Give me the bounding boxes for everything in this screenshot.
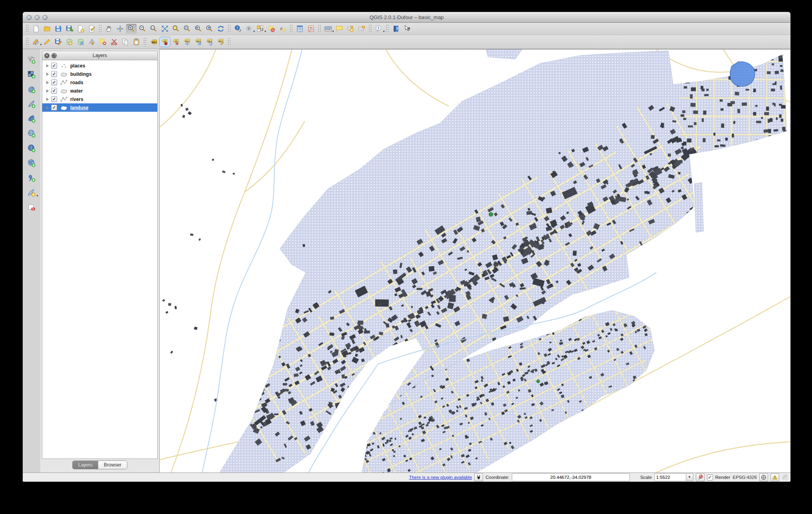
remove-layer-button[interactable] [26, 202, 38, 213]
toggle-pinned-labels-button[interactable] [171, 37, 181, 47]
add-wfs-layer-button[interactable] [26, 158, 38, 168]
dropdown-arrow-icon[interactable]: ▼ [36, 194, 39, 197]
add-delimited-text-button[interactable] [26, 173, 38, 183]
layer-item-roads[interactable]: ✓roads [42, 78, 157, 87]
select-by-expression-button[interactable] [277, 24, 288, 34]
show-bookmarks-button[interactable] [356, 24, 367, 34]
map-canvas[interactable] [160, 49, 790, 472]
pin-labels-button[interactable] [160, 37, 170, 47]
save-project-as-button[interactable] [64, 24, 75, 34]
open-project-button[interactable] [42, 24, 52, 34]
pan-to-selection-button[interactable] [115, 24, 125, 34]
expand-arrow-icon[interactable] [46, 89, 49, 93]
zoom-native-button[interactable] [149, 24, 159, 34]
scale-combo[interactable]: ▼ [654, 473, 693, 481]
log-messages-icon[interactable] [770, 473, 779, 481]
toggle-editing-button[interactable] [42, 37, 52, 47]
add-vector-layer-button[interactable] [26, 55, 38, 65]
new-project-button[interactable] [31, 24, 41, 34]
zoom-to-layer-button[interactable] [182, 24, 192, 34]
crs-status-icon[interactable] [759, 473, 768, 481]
title-bar[interactable]: QGIS 2.0.1-Dufour – basic_map [23, 12, 790, 23]
add-wms-layer-button[interactable] [26, 128, 38, 139]
add-spatialite-layer-button[interactable] [26, 99, 38, 109]
feature-action-button[interactable]: ▼ [244, 24, 254, 34]
layer-item-rivers[interactable]: ✓rivers [42, 95, 157, 103]
delete-selected-button[interactable] [98, 37, 108, 47]
coordinate-field[interactable] [512, 473, 630, 481]
render-checkbox[interactable]: ✓ [707, 474, 713, 480]
zoom-to-selection-button[interactable] [171, 24, 181, 34]
map-tips-button[interactable] [334, 24, 345, 34]
layer-item-buildings[interactable]: ✓buildings [42, 70, 157, 78]
labeling-options-button[interactable] [149, 37, 159, 47]
plugin-icon[interactable] [474, 473, 483, 481]
layer-item-water[interactable]: ✓water [42, 87, 157, 95]
map-image [160, 49, 790, 472]
minimize-window-button[interactable] [35, 15, 40, 20]
resize-grip[interactable] [782, 474, 788, 480]
expand-arrow-icon[interactable] [46, 64, 49, 67]
layer-item-landuse[interactable]: ✓landuse [42, 103, 157, 112]
zoom-next-button[interactable] [204, 24, 215, 34]
panel-tab-browser[interactable]: Browser [98, 461, 127, 469]
panel-float-icon[interactable]: ❐ [51, 53, 57, 58]
pan-map-button[interactable] [104, 24, 114, 34]
zoom-in-button[interactable] [126, 24, 137, 34]
new-bookmark-button[interactable] [345, 24, 356, 34]
move-label-button[interactable] [193, 37, 204, 47]
expand-arrow-icon[interactable] [46, 81, 49, 84]
layer-visibility-checkbox[interactable]: ✓ [51, 71, 57, 77]
zoom-full-button[interactable] [160, 24, 170, 34]
expand-arrow-icon[interactable] [46, 73, 49, 76]
new-plugin-link[interactable]: There is a new plugin available [409, 475, 472, 480]
layer-visibility-checkbox[interactable]: ✓ [51, 105, 57, 111]
measure-button[interactable]: ▼ [323, 24, 333, 34]
layer-item-places[interactable]: ✓places [42, 61, 157, 70]
composer-manager-button[interactable] [87, 24, 97, 34]
layer-visibility-checkbox[interactable]: ✓ [51, 79, 57, 85]
help-button[interactable] [391, 24, 401, 34]
node-tool-button[interactable] [87, 37, 97, 47]
select-features-button[interactable]: ▼ [255, 24, 265, 34]
deselect-button[interactable] [266, 24, 277, 34]
scale-dropdown-icon[interactable]: ▼ [686, 473, 693, 481]
expand-arrow-icon[interactable] [46, 98, 49, 101]
save-layer-edits-button[interactable] [53, 37, 63, 47]
move-feature-button[interactable] [75, 37, 86, 47]
add-wcs-layer-button[interactable] [26, 143, 38, 154]
copy-features-button[interactable] [120, 37, 131, 47]
cut-features-button[interactable] [109, 37, 119, 47]
zoom-last-button[interactable] [193, 24, 204, 34]
show-hide-labels-button[interactable] [182, 37, 192, 47]
add-postgis-layer-button[interactable] [26, 84, 38, 95]
field-calculator-button[interactable] [306, 24, 316, 34]
layer-visibility-checkbox[interactable]: ✓ [51, 88, 57, 94]
whats-this-button[interactable] [402, 24, 412, 34]
add-raster-layer-button[interactable] [26, 69, 38, 80]
new-composer-button[interactable] [75, 24, 86, 34]
identify-button[interactable] [233, 24, 243, 34]
zoom-window-button[interactable] [43, 15, 48, 20]
zoom-out-button[interactable] [137, 24, 148, 34]
stop-render-icon[interactable] [696, 473, 705, 481]
dropdown-arrow-icon[interactable]: ▼ [382, 30, 385, 33]
current-edits-button[interactable]: ▼ [31, 37, 41, 47]
new-shapefile-layer-button[interactable]: ▼ [26, 188, 38, 198]
change-label-button[interactable] [216, 37, 226, 47]
close-window-button[interactable] [27, 15, 32, 20]
panel-close-icon[interactable]: ✕ [44, 53, 50, 58]
attribute-table-button[interactable] [295, 24, 305, 34]
save-project-button[interactable] [53, 24, 63, 34]
paste-features-button[interactable] [131, 37, 142, 47]
layer-visibility-checkbox[interactable]: ✓ [51, 96, 57, 102]
text-annotation-button[interactable]: ▼ [374, 24, 384, 34]
rotate-label-button[interactable] [204, 37, 215, 47]
add-feature-button[interactable] [64, 37, 75, 47]
refresh-button[interactable] [216, 24, 226, 34]
layer-visibility-checkbox[interactable]: ✓ [51, 63, 57, 69]
panel-tab-layers[interactable]: Layers [73, 461, 98, 469]
add-mssql-layer-button[interactable] [26, 114, 38, 124]
scale-field[interactable] [654, 473, 686, 481]
expand-arrow-icon[interactable] [46, 106, 49, 109]
